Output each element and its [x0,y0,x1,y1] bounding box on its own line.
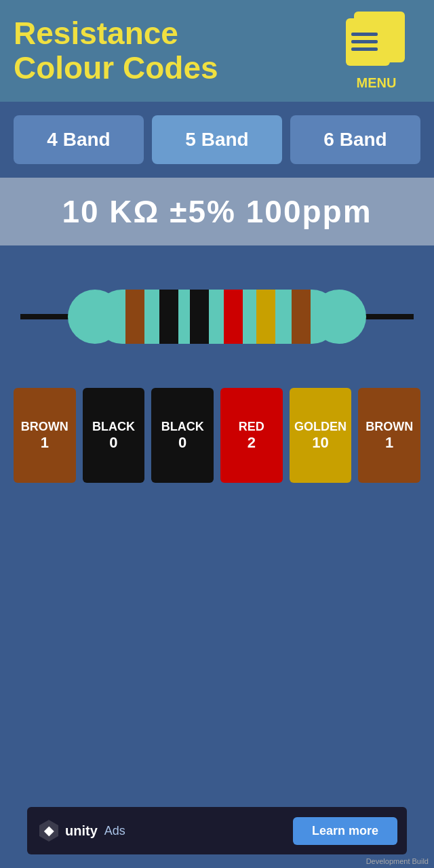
title-area: Resistance Colour Codes [14,16,218,85]
menu-icon-area [346,12,407,73]
band-card-3[interactable]: BLACK 0 [151,388,214,483]
svg-point-9 [68,290,122,344]
ad-banner: ◆ unity Ads Learn more [27,807,407,854]
unity-text: unity [65,823,98,839]
band-card-5[interactable]: GOLDEN 10 [290,388,352,483]
svg-rect-8 [292,290,311,344]
band-card-6-name: BROWN [366,420,413,434]
band-selector: 4 Band 5 Band 6 Band [0,102,434,178]
svg-point-10 [312,290,366,344]
band-card-4-value: 2 [248,434,256,452]
band-card-1-value: 1 [41,434,49,452]
band-card-5-name: GOLDEN [294,420,347,434]
band-card-6[interactable]: BROWN 1 [358,388,420,483]
band-card-4[interactable]: RED 2 [220,388,283,483]
band-card-1[interactable]: BROWN 1 [14,388,76,483]
resistor-svg [20,269,414,364]
band-card-6-value: 1 [385,434,393,452]
menu-label: MENU [357,75,397,91]
band-5-button[interactable]: 5 Band [152,115,282,164]
band-card-2[interactable]: BLACK 0 [83,388,145,483]
menu-icon-front-page [346,18,390,66]
band-card-5-value: 10 [312,434,328,452]
menu-line-2 [351,40,378,43]
svg-rect-3 [125,290,144,344]
resistance-display: 10 KΩ ±5% 100ppm [0,178,434,245]
app-title-line2: Colour Codes [14,51,218,85]
band-6-button[interactable]: 6 Band [290,115,420,164]
band-card-4-name: RED [239,420,264,434]
ads-text: Ads [104,824,125,838]
app-header: Resistance Colour Codes MENU [0,0,434,102]
menu-line-1 [351,33,378,36]
unity-shield-icon: ◆ [37,818,61,843]
band-card-3-value: 0 [178,434,186,452]
menu-button[interactable]: MENU [332,10,420,92]
unity-logo-area: ◆ unity Ads [37,818,125,843]
resistor-area [0,245,434,381]
learn-more-button[interactable]: Learn more [293,817,397,845]
band-card-2-name: BLACK [92,420,135,434]
color-bands: BROWN 1 BLACK 0 BLACK 0 RED 2 GOLDEN 10 … [0,381,434,503]
svg-rect-7 [256,290,275,344]
resistance-value: 10 KΩ ±5% 100ppm [62,193,372,230]
band-card-3-name: BLACK [161,420,204,434]
svg-rect-4 [159,290,178,344]
band-card-2-value: 0 [109,434,117,452]
svg-rect-5 [190,290,209,344]
band-4-button[interactable]: 4 Band [14,115,144,164]
band-card-1-name: BROWN [21,420,68,434]
svg-text:◆: ◆ [43,824,54,837]
menu-line-3 [351,47,378,51]
app-title-line1: Resistance [14,16,218,51]
dev-build-label: Development Build [366,857,429,865]
svg-rect-6 [224,290,243,344]
